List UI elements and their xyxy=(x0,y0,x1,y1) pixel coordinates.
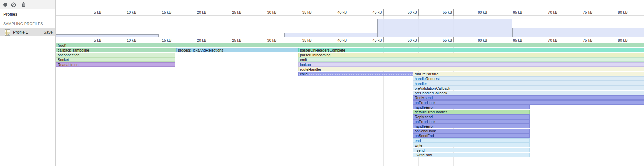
overview-ruler-label: 40 kB xyxy=(327,10,347,14)
detail-ruler-label: 55 kB xyxy=(432,38,452,42)
detail-ruler-label: 45 kB xyxy=(362,38,382,42)
overview-ruler-tick xyxy=(173,9,173,16)
detail-ruler-tick xyxy=(418,37,419,42)
detail-ruler-tick xyxy=(489,37,489,42)
flame-bar[interactable]: defaultErrorHandler xyxy=(413,110,530,114)
flame-bar[interactable]: callbackTrampoline xyxy=(56,48,176,52)
flame-bar[interactable]: emit xyxy=(298,57,644,62)
overview-ruler-label: 70 kB xyxy=(537,10,557,14)
overview-ruler-label: 35 kB xyxy=(292,10,312,14)
overview-ruler-label: 75 kB xyxy=(572,10,593,14)
flame-bar[interactable]: Reply.send xyxy=(413,95,644,100)
detail-ruler-tick xyxy=(594,37,594,42)
overview-ruler-label: 20 kB xyxy=(186,10,206,14)
detail-ruler-tick xyxy=(243,37,243,42)
overview-ruler-tick xyxy=(313,9,313,16)
overview-ruler-label: 65 kB xyxy=(502,10,522,14)
flame-bar[interactable]: parserOnIncoming xyxy=(298,53,644,57)
overview-ruler-label: 50 kB xyxy=(397,10,417,14)
overview-ruler-tick xyxy=(348,9,348,16)
detail-ruler-tick xyxy=(629,37,629,42)
detail-ruler-label: 65 kB xyxy=(502,38,522,42)
detail-ruler-tick xyxy=(138,37,138,42)
overview-ruler-tick xyxy=(243,9,243,16)
gridline xyxy=(348,9,348,166)
overview-ruler-tick xyxy=(383,9,384,16)
flame-bar[interactable]: handleError xyxy=(413,124,530,128)
flame-bar[interactable]: parserOnHeadersComplete xyxy=(298,48,644,52)
overview-ruler-tick xyxy=(208,9,208,16)
flame-bar[interactable]: child xyxy=(298,72,413,76)
flame-bar[interactable]: onSendHook xyxy=(413,129,530,133)
flame-bar[interactable]: handler xyxy=(413,81,644,86)
detail-ruler-tick xyxy=(103,37,103,42)
flame-bar[interactable]: lookup xyxy=(298,62,644,67)
profile-name: Profile 1 xyxy=(13,30,28,35)
flame-bar[interactable]: onconnection xyxy=(56,53,175,57)
flame-bar[interactable]: routeHandler xyxy=(298,67,644,71)
flame-chart-pane[interactable]: 5 kB5 kB10 kB10 kB15 kB15 kB20 kB20 kB25… xyxy=(56,0,644,166)
flame-bar[interactable]: (root) xyxy=(56,43,644,47)
overview-ruler-label: 30 kB xyxy=(257,10,277,14)
overview-ruler-tick xyxy=(418,9,419,16)
flame-bar[interactable]: _send xyxy=(413,148,530,152)
gridline xyxy=(138,9,138,166)
toolbar-divider xyxy=(18,2,18,7)
detail-ruler-tick xyxy=(348,37,348,42)
overview-ruler-label: 10 kB xyxy=(116,10,136,14)
detail-ruler-tick xyxy=(278,37,278,42)
detail-ruler-tick xyxy=(208,37,208,42)
flame-bar[interactable]: onErrorHook xyxy=(413,100,644,105)
sidebar: Profiles SAMPLING PROFILES % Profile 1 S… xyxy=(0,9,55,166)
detail-ruler-label: 70 kB xyxy=(537,38,557,42)
flame-bar[interactable]: Readable.on xyxy=(56,62,175,67)
flame-bar[interactable]: Socket xyxy=(56,57,175,62)
detail-ruler-tick xyxy=(453,37,454,42)
delete-profile-button[interactable] xyxy=(20,1,27,8)
overview-ruler-tick xyxy=(629,9,629,16)
record-button[interactable] xyxy=(2,1,9,8)
detail-ruler-label: 20 kB xyxy=(186,38,206,42)
detail-ruler-label: 30 kB xyxy=(257,38,277,42)
flame-bar[interactable]: end xyxy=(413,138,530,143)
flame-bar[interactable]: _writeRaw xyxy=(413,153,530,157)
gridline xyxy=(208,9,208,166)
profiler-window: Chart Profiles SAMPLING PROFILES % Profi… xyxy=(0,0,644,166)
flame-bar[interactable]: handleRequest xyxy=(413,76,644,81)
overview-memory-silhouette[interactable] xyxy=(284,33,377,37)
overview-ruler-tick xyxy=(559,9,559,16)
flame-bar[interactable]: preHandlerCallback xyxy=(413,91,644,95)
detail-ruler-label: 10 kB xyxy=(116,38,136,42)
detail-ruler-label: 80 kB xyxy=(607,38,628,42)
gridline xyxy=(313,9,313,166)
record-icon xyxy=(3,2,8,7)
flame-bar[interactable]: Reply.send xyxy=(413,114,530,119)
detail-ruler-label: 50 kB xyxy=(397,38,417,42)
detail-ruler-tick xyxy=(524,37,524,42)
flame-bar[interactable]: onErrorHook xyxy=(413,119,530,124)
overview-ruler-tick xyxy=(278,9,278,16)
flame-bar[interactable]: onSendEnd xyxy=(413,133,530,138)
flame-bar[interactable]: preValidationCallback xyxy=(413,86,644,90)
overview-memory-silhouette[interactable] xyxy=(56,34,159,37)
profile-grid-icon: % xyxy=(5,29,10,36)
flame-bar[interactable]: write_ xyxy=(413,143,530,147)
detail-ruler-label: 35 kB xyxy=(292,38,312,42)
overview-ruler-underline xyxy=(56,15,644,16)
save-link[interactable]: Save xyxy=(44,30,53,35)
sidebar-item-profile-1[interactable]: % Profile 1 Save xyxy=(0,28,55,36)
clear-button[interactable] xyxy=(10,1,17,8)
detail-ruler-tick xyxy=(313,37,313,42)
overview-ruler-label: 15 kB xyxy=(151,10,172,14)
flame-bar[interactable]: processTicksAndRejections xyxy=(176,48,298,52)
detail-ruler-label: 5 kB xyxy=(81,38,101,42)
flame-bar[interactable]: runPreParsing xyxy=(413,72,644,76)
detail-ruler-tick xyxy=(383,37,384,42)
overview-memory-silhouette[interactable] xyxy=(512,28,644,37)
overview-ruler-tick xyxy=(138,9,138,16)
detail-ruler-label: 75 kB xyxy=(572,38,593,42)
overview-memory-silhouette[interactable] xyxy=(377,19,512,37)
flame-bar[interactable]: handleError xyxy=(413,105,530,109)
gridline xyxy=(278,9,278,166)
detail-ruler-label: 40 kB xyxy=(327,38,347,42)
